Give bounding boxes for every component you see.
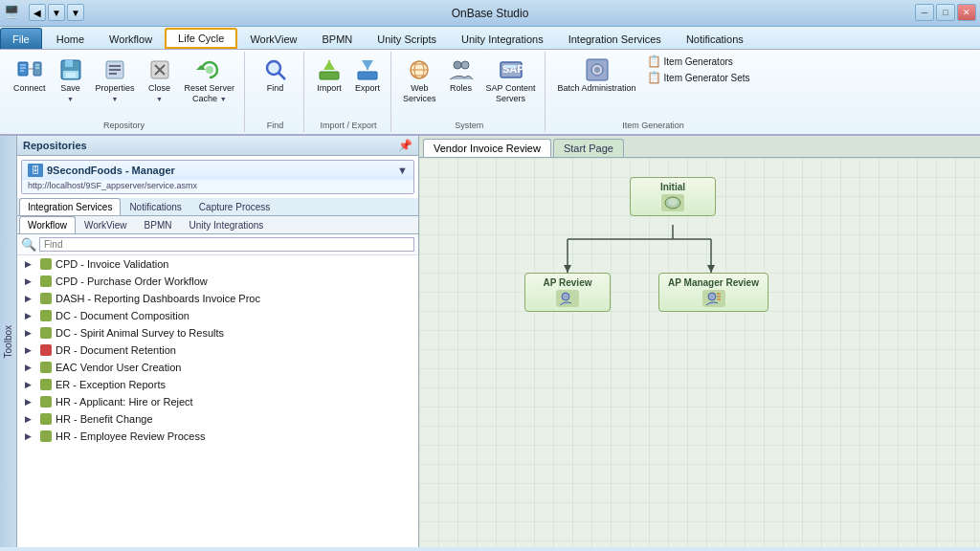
list-item[interactable]: ▶ DC - Spirit Animal Survey to Results [17,324,418,342]
close-button-ribbon[interactable]: Close▼ [143,54,177,107]
batch-admin-button[interactable]: Batch Administration [553,54,639,97]
list-item[interactable]: ▶ DR - Document Retention [17,342,418,359]
svg-point-41 [594,67,600,73]
svg-point-51 [562,293,569,300]
list-item[interactable]: ▶ ER - Exception Reports [17,376,418,393]
connect-button[interactable]: Connect [10,54,50,97]
search-row: 🔍 [17,234,418,255]
search-input[interactable] [39,237,414,252]
doc-tab-vendor-invoice[interactable]: Vendor Invoice Review [423,139,551,157]
minimize-button[interactable]: ─ [915,4,934,21]
svg-rect-2 [20,67,26,69]
tab-workview[interactable]: WorkView [237,28,309,49]
tab-capture-process[interactable]: Capture Process [190,198,278,215]
find-button[interactable]: Find [258,54,293,97]
item-generators-button[interactable]: 📋 Item Generators [644,54,753,69]
tab-workview[interactable]: WorkView [76,216,136,233]
node-ap-review[interactable]: AP Review [524,273,611,312]
doc-tab-start-page[interactable]: Start Page [553,139,624,157]
repository-group-label: Repository [103,121,145,130]
node-ap-manager-review[interactable]: AP Manager Review [658,273,768,312]
tab-workflow[interactable]: Workflow [19,216,76,233]
import-export-items: Import Export [312,54,385,119]
workflow-icon-5 [39,343,53,357]
tab-notifications[interactable]: Notifications [674,28,756,49]
quick-btn-2[interactable]: ▼ [48,4,65,21]
ribbon-group-find: Find Find [247,52,304,132]
ribbon-group-repository: Connect Save▼ [4,52,245,132]
import-icon [316,56,343,83]
find-group-label: Find [267,121,284,130]
tab-integration-services[interactable]: Integration Services [556,28,674,49]
quick-access-toolbar: ◀ ▼ ▼ [29,4,84,21]
panel-pin[interactable]: 📌 [398,139,412,152]
list-item[interactable]: ▶ HR - Benefit Change [17,410,418,428]
repository-selector: 🗄 9SecondFoods - Manager ▼ http://localh… [21,160,414,194]
window-controls: ─ □ ✕ [915,4,976,21]
tab-bpmn[interactable]: BPMN [310,28,366,49]
svg-rect-26 [358,72,377,79]
svg-point-20 [206,66,213,74]
maximize-button[interactable]: □ [936,4,955,21]
tab-lifecycle[interactable]: Life Cycle [165,28,237,49]
item-generators-label: Item Generators [664,56,733,67]
properties-button[interactable]: Properties▼ [92,54,139,107]
left-panel: Repositories 📌 🗄 9SecondFoods - Manager … [17,136,419,547]
sap-button[interactable]: SAP SAP ContentServers [482,54,540,107]
web-services-button[interactable]: WebServices [399,54,440,107]
list-item[interactable]: ▶ HR - Applicant: Hire or Reject [17,393,418,410]
export-button[interactable]: Export [350,54,385,97]
list-item[interactable]: ▶ CPD - Purchase Order Workflow [17,273,418,290]
node-initial-label: Initial [638,182,707,192]
workflow-icon-2 [39,292,53,305]
tab-unity-integrations[interactable]: Unity Integrations [449,28,556,49]
export-icon [354,56,381,83]
workflow-icon-10 [39,430,53,443]
svg-line-22 [278,73,285,79]
expander: ▶ [25,345,36,355]
toolbox-label: Toolbox [1,321,15,362]
tree-label: CPD - Purchase Order Workflow [56,276,208,287]
tab-bpmn[interactable]: BPMN [136,216,181,233]
tab-file[interactable]: File [0,28,42,49]
workflow-icon-3 [39,309,53,322]
save-icon [57,56,84,83]
tab-workflow[interactable]: Workflow [97,28,165,49]
reset-label: Reset ServerCache ▼ [185,83,235,104]
import-button[interactable]: Import [312,54,346,97]
app-icon: 🖥️ [4,5,19,19]
list-item[interactable]: ▶ HR - Employee Review Process [17,428,418,445]
toolbox-panel[interactable]: Toolbox [0,136,17,547]
reset-button[interactable]: Reset ServerCache ▼ [181,54,239,107]
tab-unity-integrations[interactable]: Unity Integrations [181,216,273,233]
node-initial[interactable]: Initial [630,177,716,216]
workflow-icon-0 [39,257,53,271]
list-item[interactable]: ▶ DASH - Reporting Dashboards Invoice Pr… [17,290,418,307]
item-generator-sets-icon: 📋 [647,71,661,84]
expander: ▶ [25,414,36,424]
quick-btn-1[interactable]: ◀ [29,4,46,21]
list-item[interactable]: ▶ EAC Vendor User Creation [17,359,418,376]
repo-dropdown-arrow[interactable]: ▼ [397,165,408,176]
item-generator-sets-button[interactable]: 📋 Item Generator Sets [644,70,753,85]
tabs-row-2: Workflow WorkView BPMN Unity Integration… [17,216,418,234]
tab-integration-services[interactable]: Integration Services [19,198,121,215]
roles-icon [448,56,475,83]
roles-button[interactable]: Roles [444,54,479,97]
tab-home[interactable]: Home [44,28,97,49]
list-item[interactable]: ▶ DC - Document Composition [17,307,418,324]
svg-rect-23 [320,72,339,79]
tree-label: HR - Applicant: Hire or Reject [56,396,193,408]
import-label: Import [317,83,342,94]
find-items: Find [258,54,293,119]
workflow-canvas[interactable]: Initial AP Review [419,158,980,547]
connect-label: Connect [13,83,46,94]
list-item[interactable]: ▶ CPD - Invoice Validation [17,255,418,273]
close-button[interactable]: ✕ [957,4,976,21]
tab-unity-scripts[interactable]: Unity Scripts [365,28,449,49]
node-ap-manager-label: AP Manager Review [667,277,760,288]
reset-icon [196,56,223,83]
save-button[interactable]: Save▼ [54,54,88,107]
quick-btn-3[interactable]: ▼ [67,4,84,21]
tab-notifications[interactable]: Notifications [121,198,189,215]
